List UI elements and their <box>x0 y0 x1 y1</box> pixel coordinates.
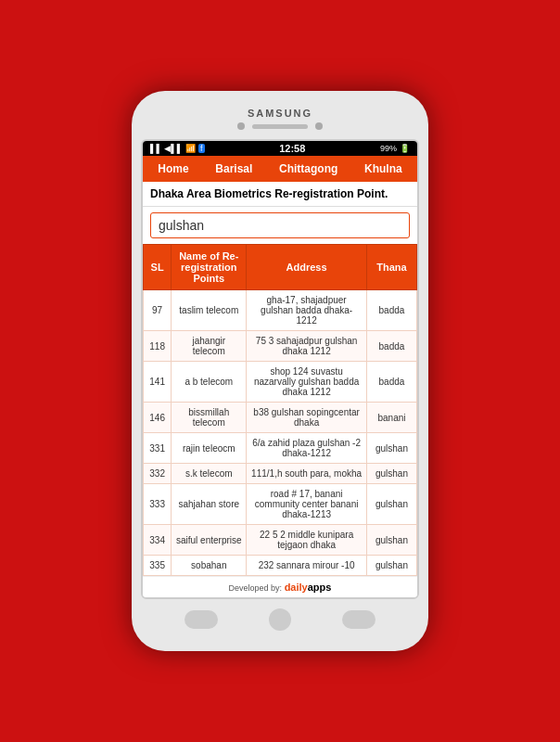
phone-screen: ▌▌ ◀▌▌ 📶 f 12:58 99% 🔋 Home Barisal Chit… <box>141 139 419 599</box>
cell-address: 6/a zahid plaza gulshan -2 dhaka-1212 <box>247 433 367 464</box>
cell-thana: gulshan <box>366 464 416 484</box>
cell-name: s.k telecom <box>172 464 247 484</box>
col-address: Address <box>247 245 367 290</box>
nav-home[interactable]: Home <box>150 160 196 178</box>
cell-thana: badda <box>366 331 416 362</box>
cell-name: sobahan <box>172 556 247 576</box>
cell-sl: 118 <box>144 331 172 362</box>
col-name: Name of Re-registration Points <box>172 245 247 290</box>
clock: 12:58 <box>279 143 305 154</box>
cell-sl: 335 <box>144 556 172 576</box>
cell-name: rajin teleocm <box>172 433 247 464</box>
speaker-bar <box>252 124 308 129</box>
brand-label: SAMSUNG <box>248 108 312 119</box>
table-header-row: SL Name of Re-registration Points Addres… <box>144 245 417 290</box>
cell-sl: 333 <box>144 484 172 525</box>
cell-address: 232 sannara mirour -10 <box>247 556 367 576</box>
cell-name: jahangir telecom <box>172 331 247 362</box>
table-row: 332 s.k telecom 111/1,h south para, mokh… <box>144 464 417 484</box>
table-row: 334 saiful enterprise 22 5 2 middle kuni… <box>144 525 417 556</box>
status-bar: ▌▌ ◀▌▌ 📶 f 12:58 99% 🔋 <box>143 141 417 156</box>
table-row: 331 rajin teleocm 6/a zahid plaza gulsha… <box>144 433 417 464</box>
cell-sl: 97 <box>144 290 172 331</box>
wifi-icon: 📶 <box>185 144 196 153</box>
phone-top: SAMSUNG <box>141 108 419 134</box>
cell-name: taslim telecom <box>172 290 247 331</box>
registration-table: SL Name of Re-registration Points Addres… <box>143 244 417 576</box>
cell-sl: 331 <box>144 433 172 464</box>
menu-button[interactable] <box>342 610 375 629</box>
col-thana: Thana <box>366 245 416 290</box>
home-button[interactable] <box>269 608 291 631</box>
battery-percent: 99% <box>380 144 397 153</box>
footer: Developed by: dailyapps <box>143 576 417 597</box>
cell-thana: gulshan <box>366 525 416 556</box>
cell-thana: gulshan <box>366 556 416 576</box>
cell-address: 22 5 2 middle kunipara tejgaon dhaka <box>247 525 367 556</box>
cell-thana: banani <box>366 403 416 433</box>
signal-icons: ▌▌ ◀▌▌ 📶 f <box>150 144 205 153</box>
daily-apps-brand: dailyapps <box>285 582 332 593</box>
developed-by-label: Developed by: <box>229 583 283 593</box>
table-row: 141 a b telecom shop 124 suvastu nazarva… <box>144 362 417 403</box>
cell-address: road # 17, banani community center banan… <box>247 484 367 525</box>
nav-bar: Home Barisal Chittagong Khulna <box>143 156 417 182</box>
cell-sl: 141 <box>144 362 172 403</box>
camera-row <box>237 122 323 130</box>
table-row: 335 sobahan 232 sannara mirour -10 gulsh… <box>144 556 417 576</box>
nav-barisal[interactable]: Barisal <box>208 160 260 178</box>
cell-thana: gulshan <box>366 433 416 464</box>
cell-address: shop 124 suvastu nazarvally gulshan badd… <box>247 362 367 403</box>
nav-chittagong[interactable]: Chittagong <box>272 160 345 178</box>
cell-sl: 146 <box>144 403 172 433</box>
fb-icon: f <box>198 144 205 153</box>
table-row: 146 bissmillah telecom b38 gulshan sopin… <box>144 403 417 433</box>
battery-icon: 🔋 <box>400 144 410 153</box>
cell-address: 75 3 sahajadpur gulshan dhaka 1212 <box>247 331 367 362</box>
search-box <box>143 207 417 244</box>
cell-thana: badda <box>366 290 416 331</box>
signal-strength: ▌▌ ◀▌▌ <box>150 144 183 153</box>
col-sl: SL <box>144 245 172 290</box>
cell-address: 111/1,h south para, mokha <box>247 464 367 484</box>
search-input[interactable] <box>150 212 410 238</box>
phone-bottom <box>141 599 419 634</box>
back-button[interactable] <box>185 610 218 629</box>
table-row: 97 taslim telecom gha-17, shajadpuer gul… <box>144 290 417 331</box>
cell-address: b38 gulshan sopingcentar dhaka <box>247 403 367 433</box>
cell-sl: 334 <box>144 525 172 556</box>
page-title: Dhaka Area Biometrics Re-registration Po… <box>143 182 417 207</box>
cell-name: saiful enterprise <box>172 525 247 556</box>
table-row: 118 jahangir telecom 75 3 sahajadpur gul… <box>144 331 417 362</box>
cell-sl: 332 <box>144 464 172 484</box>
cell-thana: gulshan <box>366 484 416 525</box>
data-table-container: SL Name of Re-registration Points Addres… <box>143 244 417 576</box>
table-body: 97 taslim telecom gha-17, shajadpuer gul… <box>144 290 417 576</box>
cell-name: bissmillah telecom <box>172 403 247 433</box>
camera-dot <box>237 122 245 130</box>
cell-address: gha-17, shajadpuer gulshan badda dhaka-1… <box>247 290 367 331</box>
cell-thana: badda <box>366 362 416 403</box>
phone-frame: SAMSUNG ▌▌ ◀▌▌ 📶 f 12:58 99% 🔋 Home Bari… <box>132 91 428 651</box>
cell-name: a b telecom <box>172 362 247 403</box>
cell-name: sahjahan store <box>172 484 247 525</box>
sensor-dot <box>315 122 323 130</box>
table-row: 333 sahjahan store road # 17, banani com… <box>144 484 417 525</box>
battery-area: 99% 🔋 <box>380 144 410 153</box>
nav-khulna[interactable]: Khulna <box>357 160 410 178</box>
